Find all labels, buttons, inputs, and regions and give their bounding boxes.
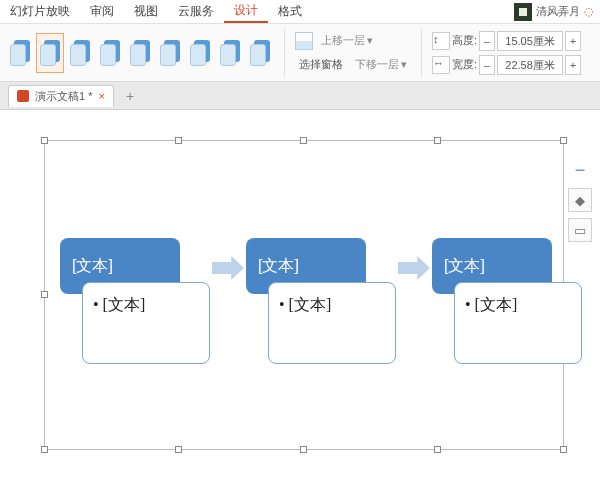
size-group: ↕ 高度: – 15.05厘米 + ↔ 宽度: – 22.58厘米 + xyxy=(432,30,581,76)
presentation-icon xyxy=(17,90,29,102)
smartart-node[interactable]: [文本] • [文本] xyxy=(246,238,396,364)
tool-button-1[interactable]: ◆ xyxy=(568,188,592,212)
tab-format[interactable]: 格式 xyxy=(268,0,312,23)
move-up-label: 上移一层 xyxy=(321,33,365,48)
new-document-button[interactable]: + xyxy=(120,88,140,104)
resize-handle[interactable] xyxy=(434,446,441,453)
separator xyxy=(284,29,285,77)
resize-handle[interactable] xyxy=(41,137,48,144)
tab-view[interactable]: 视图 xyxy=(124,0,168,23)
move-down-button[interactable]: 下移一层 ▾ xyxy=(351,55,411,74)
style-gallery xyxy=(6,33,274,73)
separator xyxy=(421,29,422,77)
document-name: 演示文稿1 * xyxy=(35,89,92,104)
width-label: 宽度: xyxy=(452,57,477,72)
resize-handle[interactable] xyxy=(300,446,307,453)
style-item[interactable] xyxy=(216,33,244,73)
resize-handle[interactable] xyxy=(175,446,182,453)
resize-handle[interactable] xyxy=(434,137,441,144)
style-item[interactable] xyxy=(96,33,124,73)
arrow-icon xyxy=(212,256,244,280)
user-area[interactable]: 清风弄月 ◌ xyxy=(514,3,600,21)
collapse-button[interactable]: − xyxy=(568,158,592,182)
resize-handle[interactable] xyxy=(41,291,48,298)
smartart-node[interactable]: [文本] • [文本] xyxy=(432,238,582,364)
ribbon: 上移一层 ▾ 选择窗格 下移一层 ▾ ↕ 高度: – 15.05厘米 + ↔ 宽… xyxy=(0,24,600,82)
close-document-button[interactable]: × xyxy=(98,90,104,102)
height-icon: ↕ xyxy=(432,32,450,50)
select-pane-button[interactable]: 选择窗格 xyxy=(295,55,347,74)
width-increase-button[interactable]: + xyxy=(565,55,581,75)
height-increase-button[interactable]: + xyxy=(565,31,581,51)
menu-tab-bar: 幻灯片放映 审阅 视图 云服务 设计 格式 清风弄月 ◌ xyxy=(0,0,600,24)
user-dropdown-icon: ◌ xyxy=(584,5,594,18)
user-name: 清风弄月 xyxy=(536,4,580,19)
node-body[interactable]: • [文本] xyxy=(82,282,210,364)
style-item[interactable] xyxy=(156,33,184,73)
menu-tabs: 幻灯片放映 审阅 视图 云服务 设计 格式 xyxy=(0,0,312,23)
width-decrease-button[interactable]: – xyxy=(479,55,495,75)
width-input[interactable]: 22.58厘米 xyxy=(497,55,563,75)
tab-design[interactable]: 设计 xyxy=(224,0,268,23)
resize-handle[interactable] xyxy=(560,137,567,144)
height-decrease-button[interactable]: – xyxy=(479,31,495,51)
side-toolbar: − ◆ ▭ xyxy=(568,158,594,242)
style-item[interactable] xyxy=(66,33,94,73)
smartart-node[interactable]: [文本] • [文本] xyxy=(60,238,210,364)
tab-slideshow[interactable]: 幻灯片放映 xyxy=(0,0,80,23)
height-label: 高度: xyxy=(452,33,477,48)
arrange-group: 上移一层 ▾ 选择窗格 下移一层 ▾ xyxy=(295,30,411,76)
style-item[interactable] xyxy=(246,33,274,73)
node-body[interactable]: • [文本] xyxy=(268,282,396,364)
resize-handle[interactable] xyxy=(41,446,48,453)
style-item-selected[interactable] xyxy=(36,33,64,73)
style-item[interactable] xyxy=(6,33,34,73)
tab-review[interactable]: 审阅 xyxy=(80,0,124,23)
move-down-label: 下移一层 xyxy=(355,57,399,72)
tab-cloud[interactable]: 云服务 xyxy=(168,0,224,23)
style-item[interactable] xyxy=(126,33,154,73)
resize-handle[interactable] xyxy=(175,137,182,144)
height-input[interactable]: 15.05厘米 xyxy=(497,31,563,51)
move-up-button[interactable]: 上移一层 ▾ xyxy=(317,31,377,50)
resize-handle[interactable] xyxy=(300,137,307,144)
style-item[interactable] xyxy=(186,33,214,73)
document-tab-bar: 演示文稿1 * × + xyxy=(0,82,600,110)
node-body[interactable]: • [文本] xyxy=(454,282,582,364)
smartart-graphic[interactable]: [文本] • [文本] [文本] • [文本] [文本] • [文本] xyxy=(60,238,582,364)
avatar xyxy=(514,3,532,21)
document-tab[interactable]: 演示文稿1 * × xyxy=(8,85,114,107)
slide-canvas[interactable]: − ◆ ▭ [文本] • [文本] [文本] • [文本] [文本] • [文本… xyxy=(0,110,600,503)
arrow-icon xyxy=(398,256,430,280)
resize-handle[interactable] xyxy=(560,446,567,453)
width-icon: ↔ xyxy=(432,56,450,74)
select-pane-icon xyxy=(295,32,313,50)
